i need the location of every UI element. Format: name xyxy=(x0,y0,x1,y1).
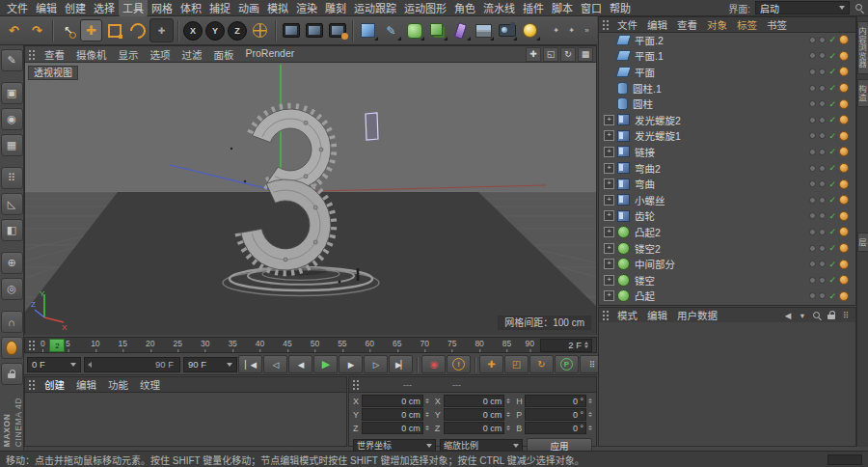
editor-visibility-dot[interactable] xyxy=(809,277,816,284)
floor-icon[interactable] xyxy=(473,19,495,41)
end-frame-select[interactable]: 90 F xyxy=(183,357,237,372)
render-visibility-dot[interactable] xyxy=(819,212,826,219)
render-visibility-dot[interactable] xyxy=(819,277,826,284)
tag-icon[interactable] xyxy=(839,243,849,253)
value-spinner[interactable] xyxy=(425,426,429,430)
current-frame-field[interactable]: 2 F xyxy=(540,339,592,352)
power-slider[interactable]: 90 F xyxy=(84,357,180,372)
render-picture-viewer-icon[interactable] xyxy=(303,19,325,41)
enabled-check-icon[interactable]: ✓ xyxy=(828,67,836,76)
om-menu-编辑[interactable]: 编辑 xyxy=(642,17,672,32)
selected-plane-object[interactable] xyxy=(366,113,378,140)
editor-visibility-dot[interactable] xyxy=(809,165,816,172)
menu-item-雕刻[interactable]: 雕刻 xyxy=(321,0,350,16)
tag-icon[interactable] xyxy=(839,147,849,156)
lock-workplane-icon[interactable] xyxy=(1,363,23,385)
object-row-7[interactable]: +链接✓ xyxy=(599,144,855,160)
timeline-current-frame[interactable]: 2 xyxy=(49,339,65,352)
menu-item-帮助[interactable]: 帮助 xyxy=(606,0,635,16)
tag-icon[interactable] xyxy=(839,83,849,93)
render-visibility-dot[interactable] xyxy=(819,37,826,43)
enabled-check-icon[interactable]: ✓ xyxy=(828,195,836,205)
render-visibility-dot[interactable] xyxy=(819,261,826,267)
editor-visibility-dot[interactable] xyxy=(809,100,816,107)
workplane-mode-icon[interactable]: ▦ xyxy=(1,134,23,156)
tag-icon[interactable] xyxy=(839,35,849,44)
render-visibility-dot[interactable] xyxy=(819,180,826,187)
editor-visibility-dot[interactable] xyxy=(809,37,816,43)
menu-item-文件[interactable]: 文件 xyxy=(3,0,32,16)
am-settings-icon[interactable]: ⠿ xyxy=(841,310,851,321)
lock-x-icon[interactable]: X xyxy=(183,21,203,41)
material-tab-创建[interactable]: 创建 xyxy=(39,377,70,392)
enabled-check-icon[interactable]: ✓ xyxy=(828,131,836,141)
object-row-12[interactable]: +凸起2✓ xyxy=(599,224,855,240)
key-scale-button[interactable]: ◰ xyxy=(504,355,529,373)
coord-input[interactable]: 0 cm xyxy=(362,408,423,421)
goto-end-button[interactable]: ▶▏ xyxy=(389,355,413,373)
panel-grip[interactable] xyxy=(28,49,36,60)
tag-icon[interactable] xyxy=(839,51,849,61)
view-label[interactable]: 透视视图 xyxy=(28,66,78,80)
history-back-icon[interactable]: ◀ xyxy=(783,310,793,321)
object-row-11[interactable]: +齿轮✓ xyxy=(599,208,855,225)
enabled-check-icon[interactable]: ✓ xyxy=(828,227,836,236)
viewport-canvas[interactable]: 透视视图 网格间距：100 cm Y X Z xyxy=(25,63,596,335)
coord-input[interactable]: 0 ° xyxy=(525,408,586,421)
tag-icon[interactable] xyxy=(839,227,849,236)
render-visibility-dot[interactable] xyxy=(819,229,826,235)
om-menu-文件[interactable]: 文件 xyxy=(612,17,642,32)
redo-icon[interactable]: ↷ xyxy=(26,19,48,41)
value-spinner[interactable] xyxy=(425,398,429,403)
menu-item-工具[interactable]: 工具 xyxy=(119,0,148,16)
expand-icon[interactable]: + xyxy=(604,130,614,141)
object-row-10[interactable]: +小螺丝✓ xyxy=(599,192,855,208)
coord-input[interactable]: 0 ° xyxy=(525,395,586,407)
expand-icon[interactable]: + xyxy=(604,195,614,206)
key-rotation-button[interactable]: ↻ xyxy=(529,355,554,373)
object-row-16[interactable]: +凸起✓ xyxy=(599,288,855,305)
tag-icon[interactable] xyxy=(839,195,849,205)
expand-icon[interactable]: + xyxy=(604,179,614,189)
menu-item-体积[interactable]: 体积 xyxy=(176,0,205,16)
menu-item-插件[interactable]: 插件 xyxy=(519,0,548,16)
am-menu-用户数据[interactable]: 用户数据 xyxy=(672,308,722,322)
interface-select[interactable]: 启动 xyxy=(755,1,850,14)
toggle-views-icon[interactable]: ▦ xyxy=(578,47,593,62)
expand-icon[interactable]: + xyxy=(604,275,614,286)
enabled-check-icon[interactable]: ✓ xyxy=(828,243,836,253)
enabled-check-icon[interactable]: ✓ xyxy=(828,291,836,301)
menu-item-渲染[interactable]: 渲染 xyxy=(292,0,321,16)
om-menu-标签[interactable]: 标签 xyxy=(732,17,762,32)
lock-y-icon[interactable]: Y xyxy=(205,21,225,41)
render-visibility-dot[interactable] xyxy=(819,197,826,204)
coord-input[interactable]: 0 cm xyxy=(444,422,505,434)
generators-icon[interactable] xyxy=(426,19,448,41)
menu-item-窗口[interactable]: 窗口 xyxy=(577,0,606,16)
tag-icon[interactable] xyxy=(839,131,849,141)
side-tab-层[interactable]: 层 xyxy=(857,233,868,253)
pan-view-icon[interactable]: ✚ xyxy=(526,47,541,62)
editor-visibility-dot[interactable] xyxy=(809,197,816,204)
om-menu-对象[interactable]: 对象 xyxy=(702,17,732,32)
editor-visibility-dot[interactable] xyxy=(809,52,816,59)
object-row-6[interactable]: +发光螺旋1✓ xyxy=(599,128,855,145)
render-visibility-dot[interactable] xyxy=(819,69,826,75)
prev-frame-button[interactable]: ◀ xyxy=(288,355,312,373)
editor-visibility-dot[interactable] xyxy=(809,229,816,235)
panel-grip[interactable] xyxy=(352,379,360,390)
menu-item-运动跟踪[interactable]: 运动跟踪 xyxy=(350,0,400,16)
enabled-check-icon[interactable]: ✓ xyxy=(828,51,836,61)
scene-light-icon[interactable] xyxy=(519,19,541,41)
editor-visibility-dot[interactable] xyxy=(809,132,816,139)
expand-icon[interactable]: + xyxy=(604,115,614,125)
enabled-check-icon[interactable]: ✓ xyxy=(828,147,836,156)
expand-icon[interactable]: + xyxy=(604,147,614,157)
side-tab-构造[interactable]: 构造 xyxy=(857,79,868,107)
object-row-0[interactable]: 平面.2✓ xyxy=(599,32,855,48)
render-settings-icon[interactable] xyxy=(326,19,348,41)
panel-grip[interactable] xyxy=(602,310,610,320)
menu-item-创建[interactable]: 创建 xyxy=(61,0,90,16)
value-spinner[interactable] xyxy=(425,412,429,417)
start-frame-select[interactable]: 0 F xyxy=(27,357,81,372)
